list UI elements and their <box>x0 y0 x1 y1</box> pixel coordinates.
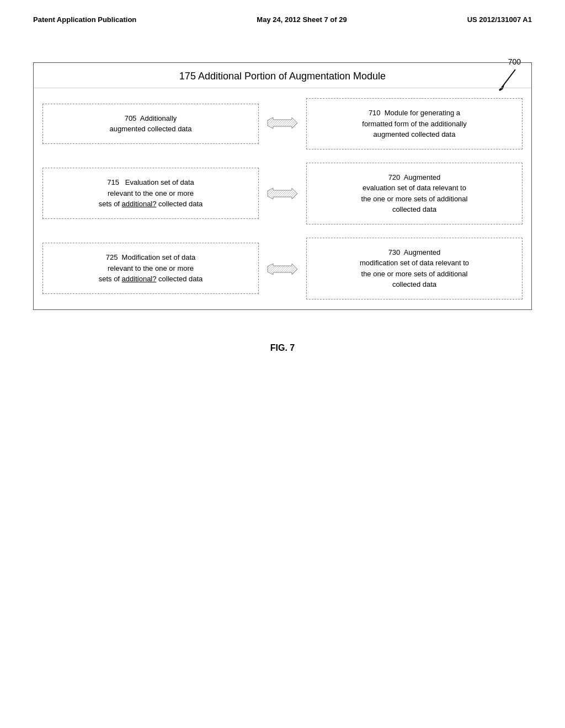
row-3: 725 Modification set of datarelevant to … <box>38 233 527 305</box>
cell-720-text: 720 Augmentedevaluation set of data rele… <box>361 173 468 214</box>
cell-710-text: 710 Module for generating aformatted for… <box>362 109 466 138</box>
cell-705: 705 Additionallyaugmented collected data <box>42 104 259 144</box>
figure-area: 700 175 Additional Portion of Augmentati… <box>33 62 532 310</box>
cell-725: 725 Modification set of datarelevant to … <box>42 243 259 294</box>
cell-725-text: 725 Modification set of datarelevant to … <box>99 253 203 283</box>
bidirectional-arrow-2-icon <box>263 185 302 202</box>
header-left: Patent Application Publication <box>33 15 136 24</box>
svg-marker-2 <box>268 117 297 129</box>
cell-720: 720 Augmentedevaluation set of data rele… <box>306 163 523 224</box>
cell-705-text: 705 Additionallyaugmented collected data <box>110 114 192 133</box>
cell-710: 710 Module for generating aformatted for… <box>306 98 523 149</box>
outer-box-title: 175 Additional Portion of Augmentation M… <box>34 63 531 88</box>
cell-730-text: 730 Augmentedmodification set of data re… <box>360 248 469 289</box>
fig-label: FIG. 7 <box>0 343 565 353</box>
cell-715: 715 Evaluation set of datarelevant to th… <box>42 168 259 219</box>
arrow-row-1 <box>263 115 302 131</box>
row-1: 705 Additionallyaugmented collected data… <box>38 93 527 154</box>
arrow-row-3 <box>263 261 302 277</box>
cell-730: 730 Augmentedmodification set of data re… <box>306 238 523 299</box>
arrow-row-2 <box>263 185 302 202</box>
header-center: May 24, 2012 Sheet 7 of 29 <box>257 15 347 24</box>
underline-additional-715: additional? <box>122 200 157 208</box>
svg-marker-3 <box>268 188 297 199</box>
header-right: US 2012/131007 A1 <box>467 15 532 24</box>
svg-marker-4 <box>268 264 297 275</box>
row-2: 715 Evaluation set of datarelevant to th… <box>38 158 527 229</box>
bidirectional-arrow-1-icon <box>263 115 302 131</box>
cell-715-text: 715 Evaluation set of datarelevant to th… <box>99 178 203 208</box>
augmentation-module-box: 175 Additional Portion of Augmentation M… <box>33 62 532 310</box>
underline-additional-725: additional? <box>122 275 157 283</box>
page-header: Patent Application Publication May 24, 2… <box>0 0 565 24</box>
bidirectional-arrow-3-icon <box>263 261 302 277</box>
